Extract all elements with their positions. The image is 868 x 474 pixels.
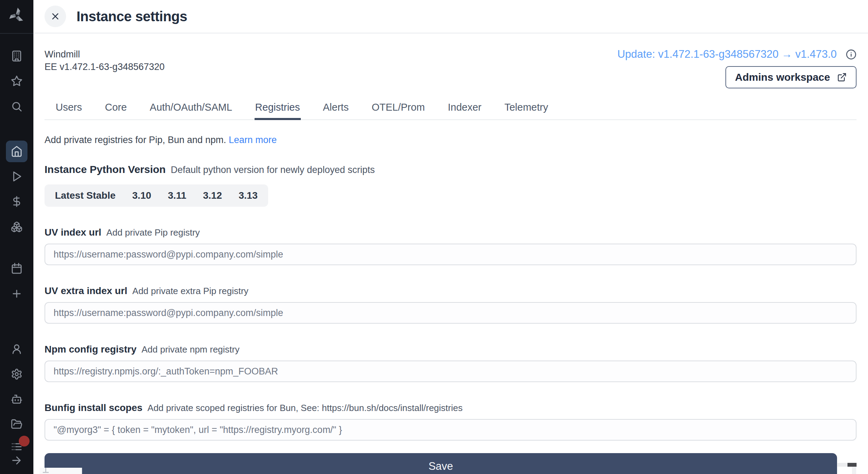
admins-workspace-label: Admins workspace [735, 71, 830, 83]
uv-index-url-hint: Add private Pip registry [106, 227, 200, 238]
calendar-icon[interactable] [11, 262, 23, 274]
python-option-3-10[interactable]: 3.10 [132, 190, 151, 201]
tab-core[interactable]: Core [104, 102, 128, 120]
tab-telemetry[interactable]: Telemetry [504, 102, 549, 120]
uv-extra-index-url-label: UV extra index url [45, 285, 127, 296]
search-icon[interactable] [11, 101, 23, 112]
play-icon[interactable] [11, 171, 23, 182]
edition-version: EE v1.472.1-63-g348567320 [45, 61, 164, 73]
intro-text: Add private registries for Pip, Bun and … [45, 135, 226, 145]
python-option-3-11[interactable]: 3.11 [168, 190, 186, 201]
field-uv-extra-index-url: UV extra index url Add private extra Pip… [45, 285, 857, 324]
sidebar [0, 0, 33, 474]
bot-icon[interactable] [11, 393, 23, 405]
arrow-right-icon[interactable] [11, 455, 23, 466]
npm-config-registry-hint: Add private npm registry [142, 344, 240, 355]
python-version-subtitle: Default python version for newly deploye… [171, 165, 375, 175]
sidebar-divider [0, 33, 33, 34]
uv-index-url-input[interactable] [45, 244, 857, 265]
learn-more-link[interactable]: Learn more [229, 135, 277, 145]
npm-config-registry-input[interactable] [45, 361, 857, 382]
npm-config-registry-label: Npm config registry [45, 344, 136, 355]
tab-auth-oauth-saml[interactable]: Auth/OAuth/SAML [149, 102, 233, 120]
main-content: Windmill EE v1.472.1-63-g348567320 Updat… [33, 34, 868, 474]
python-version-heading: Instance Python Version Default python v… [45, 164, 857, 175]
tab-otel-prom[interactable]: OTEL/Prom [371, 102, 426, 120]
external-link-icon [837, 72, 847, 82]
bunfig-install-scopes-label: Bunfig install scopes [45, 402, 143, 413]
settings-tabs: Users Core Auth/OAuth/SAML Registries Al… [45, 102, 857, 120]
product-name: Windmill [45, 48, 164, 61]
plus-icon[interactable] [11, 288, 23, 300]
windmill-logo-icon[interactable] [8, 7, 25, 24]
clipped-element [40, 468, 82, 474]
scrollbar-corner [852, 467, 856, 474]
dollar-sign-icon[interactable] [11, 196, 23, 207]
folder-open-icon[interactable] [11, 418, 23, 430]
tab-alerts[interactable]: Alerts [322, 102, 349, 120]
close-button[interactable] [45, 6, 66, 27]
uv-extra-index-url-hint: Add private extra Pip registry [132, 286, 249, 296]
python-option-latest-stable[interactable]: Latest Stable [55, 190, 115, 201]
info-icon[interactable] [846, 49, 857, 60]
uv-extra-index-url-input[interactable] [45, 302, 857, 324]
save-button[interactable]: Save [45, 453, 837, 474]
field-bunfig-install-scopes: Bunfig install scopes Add private scoped… [45, 402, 857, 441]
registries-intro: Add private registries for Pip, Bun and … [45, 135, 857, 145]
tab-registries[interactable]: Registries [255, 102, 301, 120]
horizontal-scrollbar-thumb[interactable] [847, 463, 857, 467]
tab-indexer[interactable]: Indexer [447, 102, 482, 120]
python-option-3-13[interactable]: 3.13 [239, 190, 258, 201]
header: Instance settings [33, 0, 868, 33]
field-npm-config-registry: Npm config registry Add private npm regi… [45, 344, 857, 382]
boxes-icon[interactable] [11, 221, 23, 233]
python-version-toggle-group: Latest Stable 3.10 3.11 3.12 3.13 [45, 184, 268, 207]
close-icon [50, 11, 61, 22]
instance-version: Windmill EE v1.472.1-63-g348567320 [45, 48, 164, 73]
user-icon[interactable] [11, 343, 23, 355]
uv-index-url-label: UV index url [45, 227, 101, 238]
settings-gear-icon[interactable] [11, 368, 23, 380]
python-version-title: Instance Python Version [45, 164, 166, 175]
star-icon[interactable] [11, 75, 23, 87]
admins-workspace-button[interactable]: Admins workspace [725, 66, 857, 88]
building-icon[interactable] [11, 50, 23, 62]
field-uv-index-url: UV index url Add private Pip registry [45, 227, 857, 265]
update-link[interactable]: Update: v1.472.1-63-g348567320 → v1.473.… [617, 48, 837, 61]
home-icon[interactable] [6, 141, 27, 162]
page-title: Instance settings [77, 9, 187, 24]
python-option-3-12[interactable]: 3.12 [203, 190, 222, 201]
bunfig-install-scopes-hint: Add private scoped registries for Bun, S… [147, 403, 463, 413]
bunfig-install-scopes-input[interactable] [45, 419, 857, 441]
tab-users[interactable]: Users [55, 102, 83, 120]
notification-dot [19, 436, 30, 447]
